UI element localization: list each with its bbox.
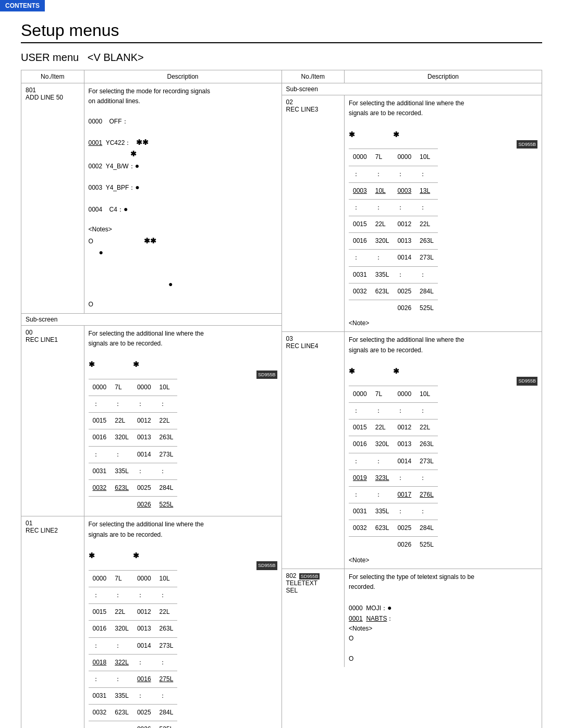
desc-col-01: For selecting the additional line where … (84, 516, 282, 728)
desc-col-802: For selecting the type of teletext signa… (345, 569, 542, 667)
table-row-subscreen-right: Sub-screen (282, 83, 542, 95)
item-col-00: 00 REC LINE1 (21, 325, 84, 516)
desc-col-03: For selecting the additional line where … (345, 332, 542, 569)
page-title: Setup menus (0, 11, 563, 42)
desc-col-801: For selecting the mode for recording sig… (84, 83, 282, 314)
section-heading: USER menu <V BLANK> (0, 52, 563, 70)
title-divider (21, 42, 542, 43)
left-column: No./Item Description 801 ADD LINE 50 For… (21, 70, 282, 728)
left-table: No./Item Description 801 ADD LINE 50 For… (21, 70, 282, 728)
table-row-00: 00 REC LINE1 For selecting the additiona… (21, 325, 282, 516)
main-content: No./Item Description 801 ADD LINE 50 For… (21, 70, 542, 728)
right-col-header-desc: Description (345, 70, 542, 83)
subscreen-label-right: Sub-screen (282, 83, 542, 95)
item-col-802: 802 SD955B TELETEXT SEL (282, 569, 345, 667)
contents-button[interactable]: CONTENTS (0, 0, 45, 11)
table-row-02: 02 REC LINE3 For selecting the additiona… (282, 95, 542, 332)
item-col-02: 02 REC LINE3 (282, 95, 345, 332)
right-table: No./Item Description Sub-screen 02 REC L… (282, 70, 542, 667)
left-col-header-desc: Description (84, 70, 282, 83)
item-col-801: 801 ADD LINE 50 (21, 83, 84, 314)
right-column: No./Item Description Sub-screen 02 REC L… (282, 70, 543, 728)
table-row: 801 ADD LINE 50 For selecting the mode f… (21, 83, 282, 314)
right-col-header-item: No./Item (282, 70, 345, 83)
item-col-03: 03 REC LINE4 (282, 332, 345, 569)
subscreen-label-1: Sub-screen (21, 313, 282, 325)
table-row-subscreen1: Sub-screen (21, 313, 282, 325)
item-col-01: 01 REC LINE2 (21, 516, 84, 728)
table-row-01: 01 REC LINE2 For selecting the additiona… (21, 516, 282, 728)
table-row-03: 03 REC LINE4 For selecting the additiona… (282, 332, 542, 569)
table-row-802: 802 SD955B TELETEXT SEL For selecting th… (282, 569, 542, 667)
desc-col-00: For selecting the additional line where … (84, 325, 282, 516)
left-col-header-item: No./Item (21, 70, 84, 83)
desc-col-02: For selecting the additional line where … (345, 95, 542, 332)
